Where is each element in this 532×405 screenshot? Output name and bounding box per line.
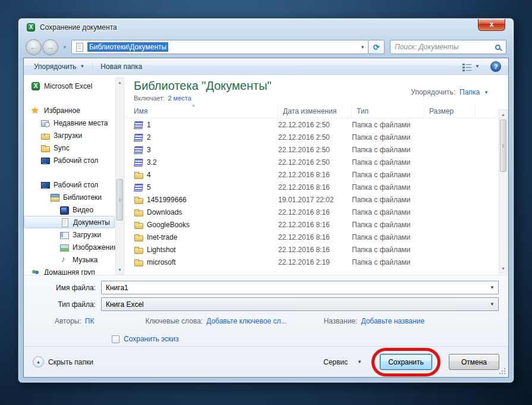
column-header-date[interactable]: Дата изменения	[278, 104, 352, 118]
close-button[interactable]: x	[478, 19, 505, 31]
file-name: 3	[147, 146, 151, 154]
panel-icon	[59, 230, 69, 240]
excel-app-icon	[26, 23, 36, 32]
file-type: Папка с файлами	[352, 158, 424, 167]
file-row[interactable]: 4 22.12.2016 8:16 Папка с файлами	[125, 168, 498, 181]
file-type: Папка с файлами	[352, 196, 424, 204]
sidebar-item[interactable]: Избранное	[24, 104, 115, 117]
authors-value[interactable]: ПК	[85, 317, 95, 325]
search-input[interactable]: Поиск: Документы	[390, 40, 506, 54]
scrollbar-thumb[interactable]	[500, 120, 506, 172]
chevron-down-icon: ▼	[80, 64, 84, 69]
stack-icon	[134, 120, 143, 130]
sidebar-item[interactable]: Библиотеки	[24, 191, 115, 203]
resize-grip[interactable]	[499, 368, 505, 374]
sidebar-item-label: Загрузки	[53, 131, 82, 140]
filename-input[interactable]: Книга1 ▼	[101, 281, 499, 294]
save-button[interactable]: Сохранить	[380, 354, 432, 370]
hide-folders-button[interactable]: ▲ Скрыть папки	[33, 356, 93, 368]
file-row[interactable]: GoogleBooks 22.12.2016 8:16 Папка с файл…	[125, 218, 498, 231]
file-type: Папка с файлами	[352, 258, 424, 266]
downloads-icon	[40, 131, 50, 140]
file-list: 1 22.12.2016 2:50 Папка с файлами 2	[125, 118, 498, 275]
address-bar[interactable]: Библиотеки\Документы ▼	[71, 40, 369, 54]
sidebar-item[interactable]: Sync	[24, 142, 115, 154]
sidebar-item[interactable]: Документы	[24, 216, 115, 228]
chevron-down-icon[interactable]: ▼	[357, 359, 362, 365]
file-date: 22.12.2016 8:16	[278, 221, 352, 229]
search-icon[interactable]	[495, 45, 500, 50]
includes-link[interactable]: 2 места	[168, 95, 191, 102]
titlebar[interactable]: Сохранение документа	[18, 18, 514, 36]
save-thumbnail-checkbox[interactable]	[112, 335, 119, 343]
sidebar-item[interactable]: Музыка	[24, 253, 115, 266]
sidebar-scrollbar[interactable]: ▲ ▼	[115, 77, 124, 275]
sidebar-item-label: Microsoft Excel	[44, 82, 92, 90]
column-header-type[interactable]: Тип	[352, 104, 424, 118]
file-row[interactable]: Lightshot 22.12.2016 8:16 Папка с файлам…	[125, 243, 498, 256]
scroll-up-icon[interactable]: ▲	[499, 110, 507, 119]
file-date: 19.01.2017 22:02	[278, 196, 352, 204]
file-date: 22.12.2016 2:50	[278, 121, 352, 129]
file-row[interactable]: Inet-trade 22.12.2016 8:16 Папка с файла…	[125, 231, 498, 243]
file-row[interactable]: microsoft 22.12.2016 2:19 Папка с файлам…	[125, 256, 498, 268]
scroll-up-icon[interactable]: ▲	[116, 78, 124, 87]
column-header-name[interactable]: Имя ▲	[125, 104, 278, 118]
folder-icon	[134, 233, 143, 242]
stack-icon	[134, 145, 143, 155]
sidebar-item-label: Изображения	[73, 243, 117, 252]
new-folder-button[interactable]: Новая папка	[95, 60, 147, 73]
folder-icon	[134, 258, 143, 267]
file-name: Downloads	[147, 208, 182, 216]
arrange-by-link[interactable]: Папка	[459, 88, 480, 96]
sidebar-item[interactable]: Рабочий стол	[24, 154, 115, 167]
file-list-scrollbar[interactable]: ▲ ▼	[499, 109, 508, 274]
title-value[interactable]: Добавьте название	[361, 317, 424, 325]
sidebar-item[interactable]: Недавние места	[24, 117, 115, 129]
file-name: microsoft	[147, 258, 176, 266]
file-row[interactable]: 1451999666 19.01.2017 22:02 Папка с файл…	[125, 193, 498, 206]
forward-button[interactable]: →	[42, 39, 58, 55]
scroll-down-icon[interactable]: ▼	[116, 265, 124, 274]
save-document-dialog: Сохранение документа x ← → ▼ Библиотеки\…	[18, 18, 514, 383]
filetype-select[interactable]: Книга Excel ▼	[101, 297, 499, 311]
views-button[interactable]: ▼	[457, 61, 485, 73]
back-button[interactable]: ←	[26, 39, 42, 55]
sidebar-item[interactable]: Видео	[24, 203, 115, 216]
file-type: Папка с файлами	[352, 183, 424, 191]
sidebar-item[interactable]: Рабочий стол	[24, 178, 115, 191]
help-button[interactable]: ?	[490, 61, 501, 72]
sidebar-item[interactable]: Загрузки	[24, 228, 115, 241]
file-row[interactable]: Downloads 22.12.2016 8:16 Папка с файлам…	[125, 206, 498, 218]
file-row[interactable]: 1 22.12.2016 2:50 Папка с файлами	[125, 118, 498, 131]
file-row[interactable]: 3.2 22.12.2016 2:50 Папка с файлами	[125, 156, 498, 168]
file-type: Папка с файлами	[352, 208, 424, 216]
organize-button[interactable]: Упорядочить ▼	[29, 60, 90, 73]
refresh-button[interactable]: ⟳	[369, 40, 385, 54]
file-date: 22.12.2016 8:16	[278, 233, 352, 241]
history-chevron-icon[interactable]: ▼	[62, 45, 67, 50]
scroll-down-icon[interactable]: ▼	[499, 264, 507, 273]
scrollbar-thumb[interactable]	[117, 179, 123, 221]
dialog-body: Упорядочить ▼ Новая папка ▼ ? ▲	[23, 58, 509, 378]
chevron-down-icon[interactable]: ▼	[490, 285, 495, 290]
sidebar-item[interactable]: Изображения	[24, 241, 115, 253]
address-text[interactable]: Библиотеки\Документы	[87, 42, 168, 52]
cancel-button[interactable]: Отмена	[449, 354, 499, 370]
sidebar-item[interactable]: Загрузки	[24, 129, 115, 142]
sidebar-item[interactable]: Microsoft Excel	[24, 80, 115, 92]
file-name: 5	[147, 183, 151, 191]
folder-icon	[134, 208, 143, 217]
keywords-value[interactable]: Добавьте ключевое сл...	[206, 317, 287, 325]
chevron-down-icon[interactable]: ▼	[484, 90, 489, 95]
file-row[interactable]: 3 22.12.2016 2:50 Папка с файлами	[125, 143, 498, 156]
address-dropdown-icon[interactable]: ▼	[360, 45, 365, 50]
file-row[interactable]: 2 22.12.2016 2:50 Папка с файлами	[125, 131, 498, 143]
file-row[interactable]: 5 22.12.2016 8:16 Папка с файлами	[125, 181, 498, 193]
chevron-down-icon[interactable]: ▼	[490, 302, 495, 307]
sidebar-item[interactable]: Домашняя груп	[24, 266, 115, 275]
keywords-label: Ключевые слова:	[145, 317, 203, 325]
desktop-icon	[40, 180, 50, 190]
tools-menu-button[interactable]: Сервис	[323, 358, 348, 366]
column-header-size[interactable]: Размер	[424, 104, 476, 118]
